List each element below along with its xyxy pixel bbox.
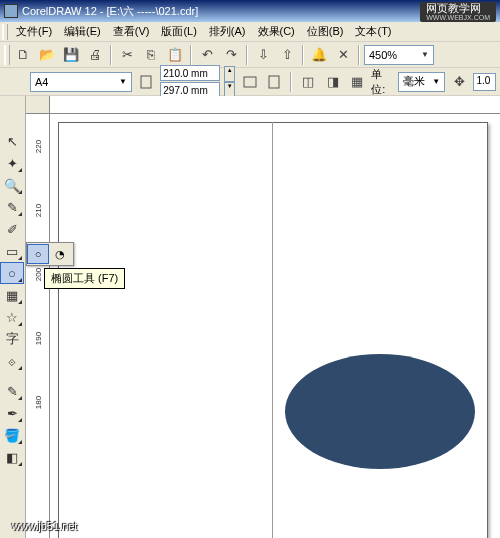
corel-online-button[interactable]: ✕ <box>332 44 354 66</box>
svg-rect-2 <box>269 76 279 88</box>
page-size-select[interactable]: A4 ▼ <box>30 72 132 92</box>
portrait-button-2[interactable] <box>264 71 284 93</box>
eyedropper-tool[interactable]: ✎ <box>0 380 24 402</box>
menu-arrange[interactable]: 排列(A) <box>203 22 252 41</box>
outline-tool[interactable]: ✒ <box>0 402 24 424</box>
graph-paper-tool[interactable]: ▦ <box>0 284 24 306</box>
menu-text[interactable]: 文本(T) <box>349 22 397 41</box>
ruler-vertical[interactable]: 220 210 200 190 180 <box>26 114 50 538</box>
open-button[interactable]: 📂 <box>36 44 58 66</box>
drawing-canvas[interactable] <box>50 114 500 538</box>
menu-bar: 文件(F) 编辑(E) 查看(V) 版面(L) 排列(A) 效果(C) 位图(B… <box>0 22 500 42</box>
ruler-tick: 210 <box>34 199 43 223</box>
separator <box>358 45 360 65</box>
freehand-tool[interactable]: ✎ <box>0 196 24 218</box>
dropdown-icon: ▼ <box>119 77 127 86</box>
app-icon <box>4 4 18 18</box>
option-button-1[interactable]: ◫ <box>298 71 318 93</box>
rectangle-tool[interactable]: ▭ <box>0 240 24 262</box>
separator <box>190 45 192 65</box>
menu-view[interactable]: 查看(V) <box>107 22 156 41</box>
page-size-value: A4 <box>35 76 48 88</box>
unit-label: 单位: <box>371 67 394 97</box>
separator <box>246 45 248 65</box>
zoom-select[interactable]: 450% ▼ <box>364 45 434 65</box>
nudge-input[interactable]: 1.0 <box>473 73 496 91</box>
standard-toolbar: 🗋 📂 💾 🖨 ✂ ⎘ 📋 ↶ ↷ ⇩ ⇧ 🔔 ✕ 450% ▼ <box>0 42 500 68</box>
paste-button[interactable]: 📋 <box>164 44 186 66</box>
redo-button[interactable]: ↷ <box>220 44 242 66</box>
option-button-2[interactable]: ◨ <box>323 71 343 93</box>
canvas-area: 220 210 200 190 180 <box>26 96 500 538</box>
page-width-input[interactable]: 210.0 mm <box>160 65 220 81</box>
portrait-button[interactable] <box>136 71 156 93</box>
new-button[interactable]: 🗋 <box>12 44 34 66</box>
nudge-icon: ✥ <box>449 71 469 93</box>
unit-value: 毫米 <box>403 74 425 89</box>
three-point-ellipse-tool[interactable]: ◔ <box>49 244 71 264</box>
ruler-horizontal[interactable] <box>50 96 500 114</box>
dropdown-icon: ▼ <box>421 50 429 59</box>
import-button[interactable]: ⇩ <box>252 44 274 66</box>
menu-grip[interactable] <box>2 24 8 40</box>
menu-edit[interactable]: 编辑(E) <box>58 22 107 41</box>
toolbox: ↖ ✦ 🔍 ✎ ✐ ▭ ○ ▦ ☆ 字 ⟐ ✎ ✒ 🪣 ◧ <box>0 96 26 538</box>
interactive-fill-tool[interactable]: ◧ <box>0 446 24 468</box>
menu-file[interactable]: 文件(F) <box>10 22 58 41</box>
landscape-button[interactable] <box>239 71 259 93</box>
pick-tool[interactable]: ↖ <box>0 130 24 152</box>
print-button[interactable]: 🖨 <box>84 44 106 66</box>
property-bar: A4 ▼ 210.0 mm 297.0 mm ▲▼ ◫ ◨ ▦ 单位: 毫米 ▼… <box>0 68 500 96</box>
copy-button[interactable]: ⎘ <box>140 44 162 66</box>
page-center-guide <box>272 122 273 538</box>
watermark-bottom: www.jb51.net <box>12 520 77 532</box>
ellipse-tool-flyout[interactable]: ○ <box>27 244 49 264</box>
menu-bitmap[interactable]: 位图(B) <box>301 22 350 41</box>
menu-layout[interactable]: 版面(L) <box>155 22 202 41</box>
toolbar-grip[interactable] <box>4 45 10 65</box>
zoom-tool[interactable]: 🔍 <box>0 174 24 196</box>
svg-rect-0 <box>141 76 151 88</box>
work-area: ↖ ✦ 🔍 ✎ ✐ ▭ ○ ▦ ☆ 字 ⟐ ✎ ✒ 🪣 ◧ 220 210 20… <box>0 96 500 538</box>
unit-select[interactable]: 毫米 ▼ <box>398 72 445 92</box>
save-button[interactable]: 💾 <box>60 44 82 66</box>
text-tool[interactable]: 字 <box>0 328 24 350</box>
ellipse-tool[interactable]: ○ <box>0 262 24 284</box>
separator <box>290 72 292 92</box>
separator <box>110 45 112 65</box>
watermark-url: WWW.WEBJX.COM <box>426 14 490 21</box>
app-launcher-button[interactable]: 🔔 <box>308 44 330 66</box>
ruler-tick: 200 <box>34 263 43 287</box>
ruler-tick: 190 <box>34 327 43 351</box>
watermark-text: 网页教学网 <box>426 3 490 14</box>
separator <box>302 45 304 65</box>
zoom-value: 450% <box>369 49 397 61</box>
shape-tool[interactable]: ✦ <box>0 152 24 174</box>
dim-spinner[interactable]: ▲▼ <box>224 66 235 98</box>
ellipse-flyout: ○ ◔ <box>26 242 74 266</box>
watermark-top: 网页教学网 WWW.WEBJX.COM <box>420 2 496 22</box>
page-dimensions: 210.0 mm 297.0 mm <box>160 65 220 98</box>
ruler-tick: 220 <box>34 135 43 159</box>
basic-shapes-tool[interactable]: ☆ <box>0 306 24 328</box>
menu-effects[interactable]: 效果(C) <box>252 22 301 41</box>
smart-draw-tool[interactable]: ✐ <box>0 218 24 240</box>
option-button-3[interactable]: ▦ <box>347 71 367 93</box>
ruler-tick: 180 <box>34 391 43 415</box>
svg-rect-1 <box>244 77 256 87</box>
cut-button[interactable]: ✂ <box>116 44 138 66</box>
fill-tool[interactable]: 🪣 <box>0 424 24 446</box>
page-boundary <box>58 122 488 538</box>
ellipse-shape[interactable] <box>285 354 475 469</box>
dropdown-icon: ▼ <box>432 77 440 86</box>
undo-button[interactable]: ↶ <box>196 44 218 66</box>
tooltip: 椭圆工具 (F7) <box>44 268 125 289</box>
export-button[interactable]: ⇧ <box>276 44 298 66</box>
interactive-blend-tool[interactable]: ⟐ <box>0 350 24 372</box>
ruler-corner[interactable] <box>26 96 50 114</box>
